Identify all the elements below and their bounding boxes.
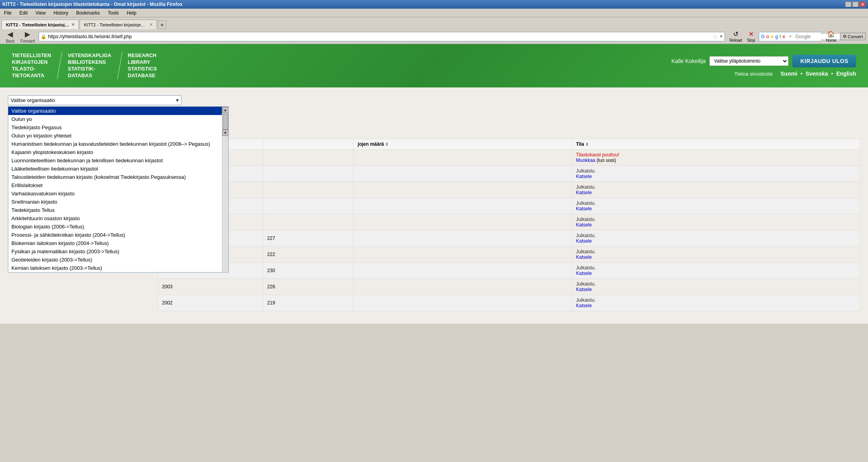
reload-button[interactable]: ↺ Reload bbox=[728, 30, 743, 43]
convert-icon: ⚙ bbox=[843, 34, 847, 39]
org-option-12[interactable]: Tiedekirjasto Tellus bbox=[8, 206, 222, 214]
admin-select[interactable]: Valitse ylläpitotoiminto Käyttäjähallint… bbox=[710, 56, 788, 66]
scroll-thumb[interactable] bbox=[223, 114, 228, 130]
search-bar[interactable]: Google ▼ 🔍 bbox=[759, 32, 822, 41]
cell-col3 bbox=[354, 166, 572, 182]
org-select-wrapper: Valitse organisaatio ▼ Valitse organisaa… bbox=[8, 95, 181, 105]
menu-bookmarks[interactable]: Bookmarks bbox=[74, 9, 102, 17]
cell-status: Julkaistu. Katsele bbox=[572, 166, 860, 182]
lang-sv[interactable]: Svenska bbox=[806, 71, 828, 77]
org-option-13[interactable]: Arkkitehtuurin osaston kirjasto bbox=[8, 214, 222, 223]
minimize-button[interactable]: _ bbox=[845, 2, 851, 7]
cell-status: Tilastokausi puuttuu! Muokkaa (luo uusi) bbox=[572, 150, 860, 166]
org-option-0[interactable]: Valitse organisaatio bbox=[8, 107, 222, 115]
close-button[interactable]: ✕ bbox=[859, 2, 866, 7]
action-link-katsele[interactable]: Katsele bbox=[576, 190, 592, 195]
action-link-katsele[interactable]: Katsele bbox=[576, 287, 592, 292]
col-header-status: Tila ⇕ bbox=[572, 139, 860, 150]
action-link-muokkaa[interactable]: Muokkaa bbox=[576, 158, 595, 163]
cell-status: Julkaistu. Katsele bbox=[572, 279, 860, 295]
org-option-8[interactable]: Taloustieteiden tiedekunnan kirjasto (ko… bbox=[8, 173, 222, 181]
table-row: Julkaistu. Katsele bbox=[158, 198, 860, 214]
tab-1-close[interactable]: ✕ bbox=[71, 22, 75, 27]
cell-count bbox=[263, 182, 354, 198]
window-controls[interactable]: _ □ ✕ bbox=[845, 2, 866, 7]
convert-button[interactable]: ⚙ Convert bbox=[840, 33, 866, 40]
menu-tools[interactable]: Tools bbox=[105, 9, 121, 17]
tab-2[interactable]: KITT2 - Tieteellisten kirjastojen tilast… bbox=[80, 20, 157, 29]
org-option-16[interactable]: Biokemian laitoksen kirjasto (2004->Tell… bbox=[8, 239, 222, 247]
address-input[interactable] bbox=[48, 34, 711, 39]
scroll-up-button[interactable]: ▲ bbox=[222, 107, 229, 113]
back-label: Back bbox=[6, 39, 15, 43]
table-row: Tilastokausi puuttuu! Muokkaa (luo uusi) bbox=[158, 150, 860, 166]
org-option-4[interactable]: Humanistisen tiedekunnan ja kasvatustiet… bbox=[8, 140, 222, 148]
forward-button[interactable]: ▶ Forward bbox=[20, 30, 35, 43]
new-tab-button[interactable]: + bbox=[158, 20, 166, 29]
address-bar[interactable]: 🔒 ☆ ▼ bbox=[39, 32, 725, 41]
address-dropdown-icon[interactable]: ▼ bbox=[719, 34, 723, 39]
data-table: jojen määrä ⇕ Tila ⇕ bbox=[158, 139, 860, 311]
about-link[interactable]: Tietoa sivustosta bbox=[734, 71, 773, 77]
cell-col3 bbox=[354, 182, 572, 198]
org-option-11[interactable]: Snellmanian kirjasto bbox=[8, 198, 222, 206]
bookmark-star-icon[interactable]: ☆ bbox=[713, 33, 718, 40]
cell-count: 219 bbox=[263, 295, 354, 311]
menu-history[interactable]: History bbox=[51, 9, 71, 17]
user-row: Kalle Kokeilija Valitse ylläpitotoiminto… bbox=[671, 55, 856, 67]
sort-count-icon[interactable]: ⇕ bbox=[385, 142, 388, 147]
org-option-6[interactable]: Luonnontieteellisen tiedekunnan ja tekni… bbox=[8, 156, 222, 165]
table-row: Julkaistu. Katsele bbox=[158, 214, 860, 230]
action-link-katsele[interactable]: Katsele bbox=[576, 222, 592, 228]
org-option-7[interactable]: Lääketieteellisen tiedekunnan kirjastot bbox=[8, 165, 222, 173]
cell-count: 230 bbox=[263, 263, 354, 279]
org-option-18[interactable]: Geotieteiden kirjasto (2003->Tellus) bbox=[8, 256, 222, 264]
stop-button[interactable]: ✕ Stop bbox=[745, 30, 757, 43]
menu-view[interactable]: View bbox=[33, 9, 48, 17]
back-button[interactable]: ◀ Back bbox=[2, 30, 18, 43]
org-option-5[interactable]: Kajaanin yliopistokeskuksen kirjasto bbox=[8, 148, 222, 156]
tab-2-close[interactable]: ✕ bbox=[149, 22, 153, 27]
tabbar: KITT2 - Tieteellisten kirjastojen tilast… bbox=[0, 17, 868, 29]
table-row: 2006 227 Julkaistu. Katsele bbox=[158, 230, 860, 247]
org-option-19[interactable]: Kemian laitoksen kirjasto (2003->Tellus) bbox=[8, 264, 222, 272]
org-option-2[interactable]: Tiedekirjasto Pegasus bbox=[8, 123, 222, 132]
logo-en: RESEARCH LIBRARY STATISTICS DATABASE bbox=[117, 52, 167, 79]
site-logos: TIETEELLISTEN KIRJASTOJEN TILASTO- TIETO… bbox=[12, 52, 165, 79]
org-option-1[interactable]: Oulun yo bbox=[8, 115, 222, 123]
org-option-3[interactable]: Oulun yo kirjaston yhteiset bbox=[8, 132, 222, 140]
logout-button[interactable]: KIRJAUDU ULOS bbox=[792, 55, 856, 67]
stop-label: Stop bbox=[747, 38, 755, 43]
action-link-katsele[interactable]: Katsele bbox=[576, 174, 592, 179]
menu-help[interactable]: Help bbox=[124, 9, 139, 17]
scroll-down-button[interactable]: ▼ bbox=[222, 130, 229, 136]
org-option-14[interactable]: Biologian kirjasto (2006->Tellus) bbox=[8, 223, 222, 231]
action-link-katsele[interactable]: Katsele bbox=[576, 271, 592, 276]
lang-en[interactable]: English bbox=[836, 71, 856, 77]
org-option-17[interactable]: Fysiikan ja matematiikan kirjasto (2003-… bbox=[8, 247, 222, 256]
action-link-katsele[interactable]: Katsele bbox=[576, 303, 592, 308]
menu-file[interactable]: File bbox=[2, 9, 14, 17]
action-link-katsele[interactable]: Katsele bbox=[576, 238, 592, 244]
maximize-button[interactable]: □ bbox=[852, 2, 859, 7]
org-option-9[interactable]: Erillislaitokset bbox=[8, 181, 222, 189]
cell-status: Julkaistu. Katsele bbox=[572, 263, 860, 279]
stop-icon: ✕ bbox=[749, 30, 754, 38]
cell-count: 226 bbox=[263, 279, 354, 295]
table-row: 2005 222 Julkaistu. Katsele bbox=[158, 247, 860, 263]
action-link-katsele[interactable]: Katsele bbox=[576, 254, 592, 260]
menubar: File Edit View History Bookmarks Tools H… bbox=[0, 9, 868, 17]
navbar: ◀ Back ▶ Forward 🔒 ☆ ▼ ↺ Reload ✕ Stop G… bbox=[0, 29, 868, 44]
reload-icon: ↺ bbox=[733, 30, 738, 38]
lang-fi[interactable]: Suomi bbox=[780, 71, 797, 77]
cell-col3 bbox=[354, 198, 572, 214]
tab-1[interactable]: KITT2 - Tieteellisten kirjastojen tilast… bbox=[2, 20, 79, 29]
org-option-10[interactable]: Varhaiskasvatuksen kirjasto bbox=[8, 189, 222, 198]
reload-label: Reload bbox=[730, 38, 742, 43]
menu-edit[interactable]: Edit bbox=[17, 9, 30, 17]
org-option-15[interactable]: Prosessi- ja sähkötekniikan kirjasto (20… bbox=[8, 231, 222, 239]
home-button[interactable]: 🏠 Home bbox=[823, 30, 838, 43]
org-select-display[interactable]: Valitse organisaatio ▼ bbox=[8, 95, 181, 105]
action-link-katsele[interactable]: Katsele bbox=[576, 206, 592, 212]
sort-status-icon[interactable]: ⇕ bbox=[585, 142, 589, 147]
